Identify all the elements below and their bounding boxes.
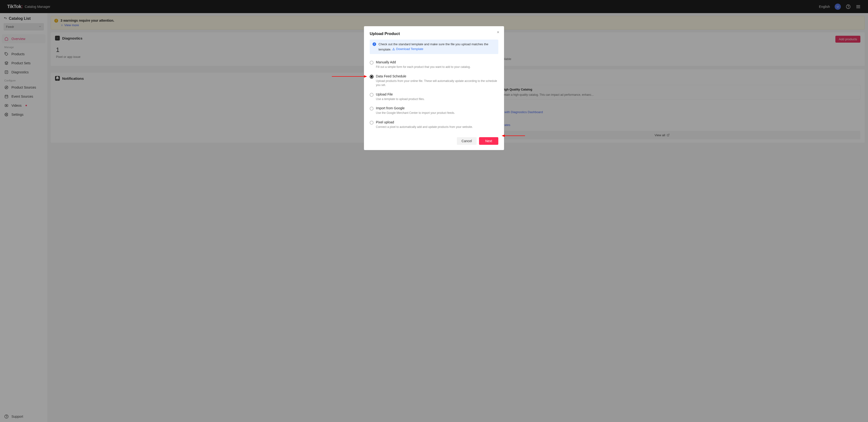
- upload-product-modal: Upload Product i Check out the standard …: [364, 26, 504, 150]
- radio-icon-selected[interactable]: [370, 75, 373, 78]
- option-manually-add[interactable]: Manually Add Fill out a simple form for …: [370, 58, 498, 72]
- close-icon[interactable]: [496, 31, 500, 35]
- cancel-button[interactable]: Cancel: [457, 137, 477, 145]
- annotation-arrow-left: [332, 74, 368, 79]
- radio-icon[interactable]: [370, 93, 373, 97]
- svg-marker-20: [502, 135, 505, 137]
- svg-marker-18: [364, 75, 367, 78]
- radio-icon[interactable]: [370, 61, 373, 65]
- option-pixel-upload[interactable]: Pixel upload Connect a pixel to automati…: [370, 118, 498, 132]
- radio-icon[interactable]: [370, 121, 373, 125]
- option-data-feed-schedule[interactable]: Data Feed Schedule Upload products from …: [370, 72, 498, 91]
- download-icon: [392, 47, 395, 51]
- download-template-link[interactable]: Download Template: [392, 47, 423, 52]
- next-button[interactable]: Next: [479, 137, 498, 145]
- modal-overlay: Upload Product i Check out the standard …: [0, 0, 868, 422]
- info-banner: i Check out the standard template and ma…: [370, 39, 498, 54]
- option-import-google[interactable]: Import from Google Use the Google Mercha…: [370, 104, 498, 118]
- annotation-arrow-right: [501, 133, 525, 138]
- info-icon: i: [373, 42, 376, 46]
- modal-title: Upload Product: [370, 31, 498, 36]
- radio-icon[interactable]: [370, 107, 373, 110]
- option-upload-file[interactable]: Upload File Use a template to upload pro…: [370, 91, 498, 104]
